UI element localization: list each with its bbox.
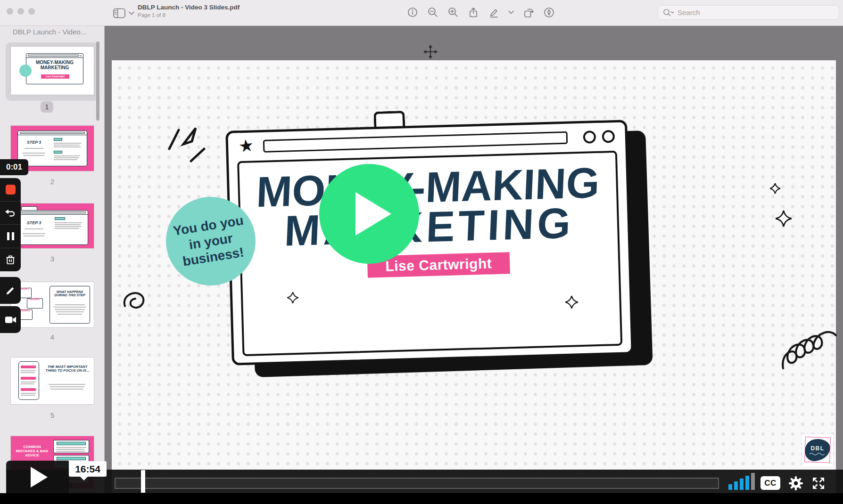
- info-button[interactable]: [406, 5, 419, 19]
- play-icon: [31, 467, 48, 488]
- markup-pencil-icon: [488, 7, 499, 18]
- close-button[interactable]: [7, 8, 13, 15]
- thumb1-sticker: [19, 65, 32, 77]
- stop-icon: [6, 185, 16, 195]
- letterbox-bar: [0, 493, 843, 504]
- settings-button[interactable]: [786, 474, 805, 493]
- gear-icon: [788, 475, 804, 491]
- search-placeholder: Search: [678, 8, 700, 16]
- fullscreen-button[interactable]: [810, 475, 827, 492]
- browser-button-circle: [602, 130, 615, 143]
- sparkle-icon: [776, 209, 792, 228]
- volume-control[interactable]: [728, 473, 755, 490]
- info-icon: [407, 7, 418, 17]
- teal-sticker-text: You do you in your business!: [172, 212, 249, 270]
- sidebar-icon: [113, 8, 125, 19]
- zoom-in-icon: [448, 7, 458, 17]
- browser-frame-doodle: ★ MONEY-MAKING MARKETING Lise Cartwright: [225, 120, 634, 366]
- thumb1-author: Lise Cartwright: [41, 74, 69, 79]
- sidebar-chevron-button[interactable]: [128, 6, 135, 20]
- search-icon: [663, 8, 674, 17]
- page-indicator: Page 1 of 8: [138, 12, 240, 18]
- emphasis-dashes-doodle: [165, 118, 206, 164]
- star-icon: ★: [238, 137, 255, 155]
- thumbnail-page-4[interactable]: LESSON 1 LESSON 2 LESSON 3 WHAT HAPPENS …: [11, 282, 94, 327]
- thumb3-heading: STEP 3: [22, 221, 46, 225]
- undo-icon: [5, 208, 16, 218]
- sparkle-icon: [770, 182, 780, 195]
- sidebar-document-name: DBLP Launch - Video...: [0, 28, 99, 36]
- zoom-window-button[interactable]: [28, 8, 35, 15]
- rotate-icon: [523, 7, 534, 18]
- search-field[interactable]: Search: [658, 5, 839, 20]
- annotate-pen-icon: [544, 7, 554, 18]
- zoom-out-button[interactable]: [427, 5, 439, 19]
- chevron-down-icon: [129, 11, 134, 15]
- dbl-logo-scribble: [809, 452, 826, 455]
- window-titlebar: DBLP Launch - Video 3 Slides.pdf Page 1 …: [0, 0, 843, 26]
- move-cursor-icon: [423, 45, 438, 59]
- spiral-squiggle-doodle: [780, 324, 842, 371]
- minimize-button[interactable]: [17, 8, 24, 15]
- chevron-down-icon: [508, 10, 514, 14]
- screen: DBLP Launch - Video 3 Slides.pdf Page 1 …: [0, 0, 843, 504]
- draw-button[interactable]: [0, 277, 21, 304]
- captions-button[interactable]: CC: [760, 476, 780, 490]
- recorder-draw-tool: [0, 277, 21, 304]
- dbl-logo: DBL: [802, 434, 833, 467]
- thumb6-heading: COMMON MISTAKES & BAD ADVICE: [15, 445, 50, 458]
- pause-icon: [7, 232, 14, 240]
- sidebar-toggle-button[interactable]: [113, 6, 125, 20]
- recording-timer: 0:01: [0, 159, 28, 175]
- playhead[interactable]: [141, 470, 145, 493]
- rotate-button[interactable]: [522, 5, 535, 19]
- player-play-button[interactable]: [6, 461, 69, 493]
- stop-recording-button[interactable]: [0, 178, 21, 202]
- markup-button[interactable]: [488, 5, 500, 19]
- recorder-camera-tool: [0, 306, 21, 333]
- zoom-in-button[interactable]: [447, 5, 459, 19]
- sparkle-icon: [287, 292, 298, 303]
- video-camera-icon: [5, 315, 17, 325]
- document-title-block: DBLP Launch - Video 3 Slides.pdf Page 1 …: [138, 4, 240, 18]
- address-bar-doodle: [263, 131, 568, 152]
- browser-button-circle: [583, 130, 596, 144]
- curl-doodle: [121, 287, 151, 316]
- undo-button[interactable]: [0, 202, 21, 225]
- time-tooltip: 16:54: [69, 461, 107, 477]
- zoom-out-icon: [428, 7, 438, 17]
- thumb4-heading: WHAT HAPPENS DURING THIS STEP: [50, 290, 90, 297]
- share-button[interactable]: [467, 5, 479, 19]
- trash-icon: [5, 254, 16, 265]
- share-icon: [468, 7, 479, 18]
- thumbnail-label-5: 5: [11, 411, 94, 419]
- markup-chevron-button[interactable]: [508, 5, 514, 19]
- thumbnail-label-4: 4: [11, 333, 94, 341]
- sparkle-icon: [565, 296, 578, 309]
- progress-track[interactable]: [115, 478, 719, 489]
- thumb2-heading: STEP 3: [22, 140, 46, 145]
- thumbnail-page-5[interactable]: THE MOST IMPORTANT THING TO FOCUS ON IS.…: [11, 358, 94, 404]
- pdf-page[interactable]: ★ MONEY-MAKING MARKETING Lise Cartwright: [112, 60, 836, 494]
- thumb1-title: MONEY-MAKING MARKETING: [26, 60, 83, 70]
- teal-sticker: You do you in your business!: [166, 197, 256, 285]
- pause-recording-button[interactable]: [0, 225, 21, 248]
- video-play-button[interactable]: [319, 164, 419, 264]
- fullscreen-icon: [811, 476, 826, 490]
- thumb5-heading: THE MOST IMPORTANT THING TO FOCUS ON IS.…: [45, 365, 90, 373]
- annotate-button[interactable]: [543, 5, 555, 19]
- sidebar-scrollbar[interactable]: [96, 41, 99, 121]
- thumbnail-label-1: 1: [41, 101, 53, 113]
- camera-toggle-button[interactable]: [0, 306, 21, 333]
- thumbnail-label-2: 2: [11, 178, 94, 186]
- slide-content-panel: MONEY-MAKING MARKETING Lise Cartwright: [237, 151, 622, 356]
- pdf-canvas: ★ MONEY-MAKING MARKETING Lise Cartwright: [105, 26, 843, 504]
- pen-icon: [5, 285, 16, 296]
- thumbnail-label-3: 3: [11, 255, 94, 263]
- delete-recording-button[interactable]: [0, 248, 21, 272]
- thumbnail-page-3[interactable]: STEP 3: [11, 203, 94, 248]
- dbl-logo-text: DBL: [802, 445, 833, 452]
- thumbnail-page-1[interactable]: MONEY-MAKING MARKETING Lise Cartwright: [11, 47, 94, 95]
- window-controls: [7, 8, 35, 15]
- play-icon: [355, 192, 391, 236]
